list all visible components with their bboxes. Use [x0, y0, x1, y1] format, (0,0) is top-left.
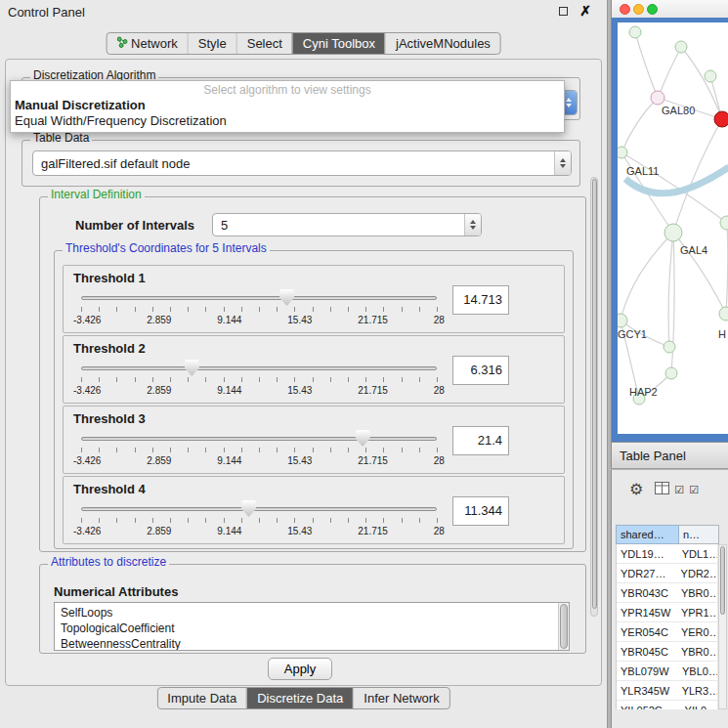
attributes-list[interactable]: SelfLoopsTopologicalCoefficientBetweenne…	[54, 602, 570, 651]
column-header-name[interactable]: n…	[679, 525, 719, 544]
network-node[interactable]	[705, 70, 716, 82]
network-node[interactable]	[618, 147, 627, 158]
table-row[interactable]: YBL079WYBL0…	[617, 662, 717, 681]
control-panel: Control Panel ✗ NetworkStyleSelectCyni T…	[0, 0, 608, 728]
tab-discretize-data[interactable]: Discretize Data	[246, 688, 353, 708]
dropdown-option[interactable]: Manual Discretization	[11, 98, 564, 113]
attribute-item[interactable]: TopologicalCoefficient	[55, 621, 569, 636]
scale-tick-label: 28	[434, 385, 445, 396]
threshold-value-field[interactable]: 21.4	[452, 426, 509, 455]
tab-infer-network[interactable]: Infer Network	[353, 688, 449, 708]
attribute-item[interactable]: SelfLoops	[55, 603, 569, 621]
node-label: GAL11	[626, 165, 659, 177]
gear-icon[interactable]: ⚙	[629, 482, 643, 497]
scale-tick-label: 9.144	[217, 385, 241, 396]
network-node[interactable]	[618, 314, 627, 327]
table-row[interactable]: YER054CYER0…	[617, 622, 717, 642]
tab-jactivemnodules[interactable]: jActiveMNodules	[385, 33, 500, 54]
network-node-selected[interactable]	[714, 111, 728, 127]
minimize-traffic-light-icon[interactable]	[633, 4, 644, 15]
slider-thumb[interactable]	[241, 500, 256, 517]
columns-icon[interactable]	[655, 482, 669, 497]
zoom-traffic-light-icon[interactable]	[647, 4, 658, 15]
tab-select[interactable]: Select	[236, 33, 292, 54]
table-window: ⚙ ☑ ☑ shared… n… YDL19…YDL1…YDR27…YDR2…Y…	[611, 470, 728, 728]
threshold-value-field[interactable]: 6.316	[452, 356, 509, 385]
threshold-panel: Threshold 4-3.4262.8599.14415.4321.71528…	[63, 476, 565, 544]
threshold-slider[interactable]: -3.4262.8599.14415.4321.71528	[73, 287, 445, 332]
tab-label: Discretize Data	[257, 691, 343, 706]
scale-tick-label: 21.715	[358, 385, 388, 396]
network-window: GAL80GAL11GAL4GCY1HAP2H	[611, 0, 728, 442]
threshold-value-field[interactable]: 11.344	[452, 496, 509, 526]
table-row[interactable]: YIL052CYIL0…	[617, 701, 717, 709]
table-row[interactable]: YBR045CYBR0…	[617, 642, 717, 662]
table-scrollbar[interactable]	[718, 544, 727, 709]
table-toolbar: ⚙ ☑ ☑	[612, 478, 699, 501]
table-cell: YBR0…	[675, 642, 717, 661]
table-cell: YER054C	[617, 622, 675, 641]
table-cell: YPR145W	[617, 603, 675, 621]
scale-tick-label: 15.43	[287, 526, 312, 536]
column-header-shared[interactable]: shared…	[616, 525, 679, 544]
tab-cyni-toolbox[interactable]: Cyni Toolbox	[292, 33, 385, 54]
table-data-combo[interactable]: galFiltered.sif default node	[32, 150, 572, 176]
scale-tick-label: 9.144	[217, 315, 241, 325]
network-edge	[621, 98, 658, 152]
tab-style[interactable]: Style	[188, 33, 236, 54]
table-data-combo-value: galFiltered.sif default node	[33, 156, 554, 171]
checkbox-icon[interactable]: ☑	[689, 485, 699, 495]
network-node[interactable]	[665, 367, 677, 379]
network-node[interactable]	[719, 307, 728, 321]
node-label: GCY1	[618, 328, 647, 340]
scrollbar-thumb[interactable]	[560, 604, 568, 649]
scale-tick-label: 21.715	[358, 455, 388, 466]
table-row[interactable]: YDL19…YDL1…	[617, 544, 717, 564]
close-traffic-light-icon[interactable]	[620, 4, 630, 15]
scrollbar-thumb[interactable]	[592, 179, 597, 609]
network-node[interactable]	[651, 91, 664, 105]
table-row[interactable]: YDR27…YDR2…	[617, 564, 717, 583]
tab-impute-data[interactable]: Impute Data	[157, 688, 246, 708]
tab-label: Network	[131, 36, 178, 51]
dropdown-option[interactable]: Equal Width/Frequency Discretization	[11, 113, 564, 129]
table-row[interactable]: YLR345WYLR3…	[617, 681, 717, 701]
apply-button[interactable]: Apply	[268, 658, 332, 680]
threshold-label: Threshold 1	[73, 271, 146, 285]
stepper-icon[interactable]	[554, 151, 571, 175]
slider-scale: -3.4262.8599.14415.4321.71528	[73, 315, 445, 325]
network-titlebar	[612, 0, 728, 18]
scrollbar-thumb[interactable]	[720, 546, 725, 615]
threshold-slider[interactable]: -3.4262.8599.14415.4321.71528	[73, 358, 445, 403]
slider-thumb[interactable]	[356, 430, 370, 447]
tab-network[interactable]: Network	[107, 33, 188, 54]
network-node[interactable]	[664, 341, 675, 353]
table-cell: YIL052C	[617, 701, 679, 709]
table-row[interactable]: YBR043CYBR0…	[617, 583, 717, 603]
close-icon[interactable]: ✗	[579, 6, 591, 16]
interval-definition-fieldset: Interval Definition Number of Intervals …	[39, 196, 586, 552]
settings-scrollbar[interactable]	[590, 177, 598, 617]
table-cell: YPR1…	[675, 603, 717, 621]
intervals-combo[interactable]: 5	[212, 213, 482, 236]
threshold-slider[interactable]: -3.4262.8599.14415.4321.71528	[73, 498, 445, 543]
network-node[interactable]	[664, 224, 682, 241]
network-canvas[interactable]: GAL80GAL11GAL4GCY1HAP2H	[618, 22, 728, 434]
scale-tick-label: 28	[434, 315, 445, 325]
network-node[interactable]	[675, 41, 687, 53]
checkbox-icon[interactable]: ☑	[674, 485, 684, 495]
table-row[interactable]: YPR145WYPR1…	[617, 603, 717, 622]
top-tab-strip: NetworkStyleSelectCyni ToolboxjActiveMNo…	[106, 32, 501, 55]
slider-thumb[interactable]	[279, 289, 294, 306]
attributes-scrollbar[interactable]	[558, 603, 569, 650]
settings-content: Discretization Algorithm Table Data galF…	[5, 59, 602, 686]
network-node[interactable]	[629, 26, 641, 38]
slider-thumb[interactable]	[185, 360, 199, 376]
bottom-tab-strip: Impute DataDiscretize DataInfer Network	[156, 687, 450, 709]
attribute-item[interactable]: BetweennessCentrality	[55, 636, 569, 651]
float-window-icon[interactable]	[559, 7, 568, 16]
stepper-icon[interactable]	[464, 214, 481, 236]
threshold-value-field[interactable]: 14.713	[452, 285, 509, 315]
scale-tick-label: 21.715	[358, 526, 388, 536]
threshold-slider[interactable]: -3.4262.8599.14415.4321.71528	[73, 428, 445, 473]
